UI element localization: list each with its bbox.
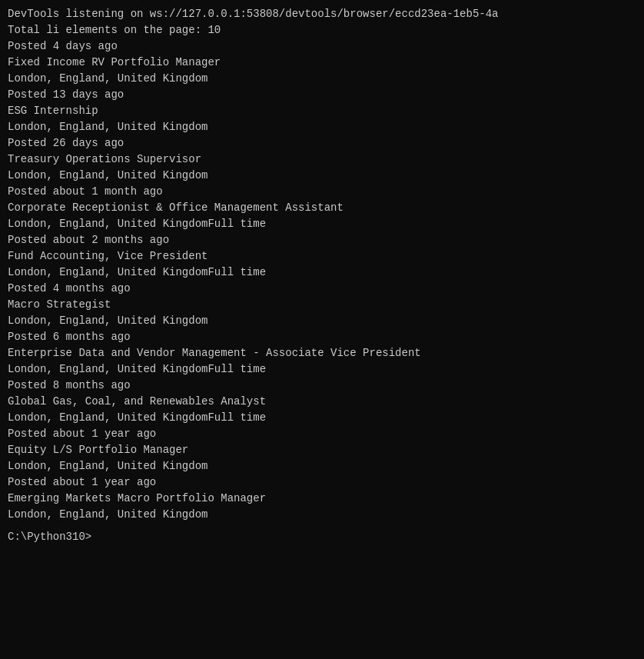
terminal-line: Fixed Income RV Portfolio Manager xyxy=(8,55,636,71)
terminal-line: London, England, United KingdomFull time xyxy=(8,410,636,426)
terminal-line: Fund Accounting, Vice President xyxy=(8,248,636,265)
terminal-line: London, England, United Kingdom xyxy=(8,458,636,474)
terminal-line: Posted 6 months ago xyxy=(8,329,636,345)
terminal-line: Total li elements on the page: 10 xyxy=(8,22,636,38)
terminal-line: Posted about 1 month ago xyxy=(8,184,636,200)
terminal-line: Emerging Markets Macro Portfolio Manager xyxy=(8,491,636,507)
terminal-output: DevTools listening on ws://127.0.0.1:538… xyxy=(8,6,636,523)
terminal-line: London, England, United Kingdom xyxy=(8,313,636,329)
terminal-line: Macro Strategist xyxy=(8,297,636,313)
terminal-line: ESG Internship xyxy=(8,103,636,119)
terminal-line: London, England, United Kingdom xyxy=(8,119,636,135)
terminal-line: London, England, United KingdomFull time xyxy=(8,265,636,281)
terminal-line: Posted about 1 year ago xyxy=(8,426,636,442)
terminal-line: Enterprise Data and Vendor Management - … xyxy=(8,345,636,361)
terminal-line: Posted 4 months ago xyxy=(8,281,636,297)
terminal-line: London, England, United Kingdom xyxy=(8,168,636,184)
terminal-line: Posted 26 days ago xyxy=(8,135,636,151)
terminal-line: Treasury Operations Supervisor xyxy=(8,151,636,168)
prompt-line: C:\Python310> xyxy=(8,529,636,545)
terminal-line: Global Gas, Coal, and Renewables Analyst xyxy=(8,394,636,410)
terminal-line: London, England, United Kingdom xyxy=(8,507,636,523)
terminal-line: Posted 8 months ago xyxy=(8,378,636,394)
terminal-line: Posted about 2 months ago xyxy=(8,232,636,248)
terminal-line: Posted 4 days ago xyxy=(8,38,636,55)
terminal-line: London, England, United KingdomFull time xyxy=(8,361,636,378)
terminal-line: London, England, United KingdomFull time xyxy=(8,216,636,232)
terminal-line: London, England, United Kingdom xyxy=(8,71,636,87)
terminal-line: Posted about 1 year ago xyxy=(8,474,636,491)
terminal-line: Equity L/S Portfolio Manager xyxy=(8,442,636,458)
terminal-line: Corporate Receptionist & Office Manageme… xyxy=(8,200,636,216)
terminal-line: DevTools listening on ws://127.0.0.1:538… xyxy=(8,6,636,22)
terminal-line: Posted 13 days ago xyxy=(8,87,636,103)
